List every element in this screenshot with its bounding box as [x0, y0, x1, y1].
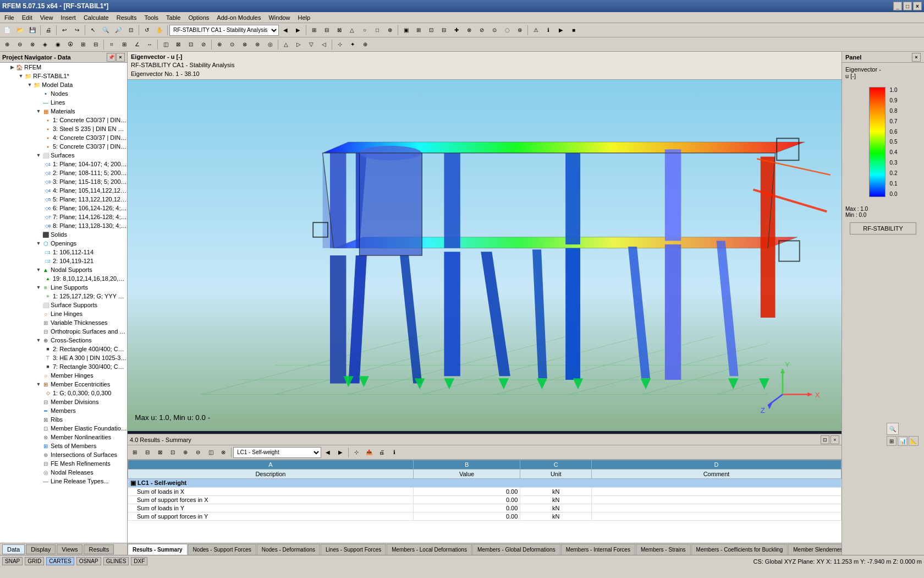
- btab-members-local[interactable]: Members - Local Deformations: [387, 544, 472, 555]
- tb2-d2[interactable]: ⊠: [172, 39, 184, 51]
- tb-b1[interactable]: ⊞: [308, 24, 320, 36]
- tb-b6[interactable]: □: [371, 24, 383, 36]
- tb2-snap3[interactable]: ⊕: [359, 39, 371, 51]
- expand-surfaces[interactable]: ▼: [35, 152, 42, 159]
- expand-orthotropic[interactable]: ▶: [35, 328, 42, 335]
- expand-memberdiv[interactable]: ▶: [35, 399, 42, 405]
- btab-members-internal[interactable]: Members - Internal Forces: [561, 544, 635, 555]
- tree-linerelease[interactable]: ▶ — Line Release Types...: [0, 477, 127, 486]
- tree-memberelastic[interactable]: ▶ ⊡ Member Elastic Foundations: [0, 424, 127, 433]
- tree-members[interactable]: ▶ ━ Members: [0, 406, 127, 415]
- btab-lines-support[interactable]: Lines - Support Forces: [321, 544, 386, 555]
- tree-setsofmembers[interactable]: ▶ ⊞ Sets of Members: [0, 441, 127, 450]
- menu-help[interactable]: Help: [295, 13, 314, 22]
- cartes-toggle[interactable]: CARTES: [46, 557, 74, 565]
- tree-membernonlin[interactable]: ▶ ⊗ Member Nonlinearities: [0, 433, 127, 441]
- expand-nodalreleases[interactable]: ▶: [35, 469, 42, 476]
- rt-print[interactable]: 🖨: [376, 446, 388, 459]
- tree-surfsupp[interactable]: ▶ ⬜ Surface Supports: [0, 301, 127, 309]
- tb2-e3[interactable]: ⊗: [239, 39, 251, 51]
- tb-c6[interactable]: ⊗: [463, 24, 475, 36]
- nav-close-button[interactable]: ×: [116, 53, 125, 62]
- rt-next[interactable]: ▶: [334, 446, 346, 459]
- expand-femesh[interactable]: ▶: [35, 460, 42, 467]
- tree-varthick[interactable]: ▶ ⊞ Variable Thicknesses: [0, 318, 127, 327]
- tree-surf6[interactable]: ◇6 6: Plane; 106,124-126; 4; 200.0 ...: [0, 204, 127, 212]
- tree-lines[interactable]: ▶ — Lines: [0, 98, 127, 107]
- btab-nodes-support[interactable]: Nodes - Support Forces: [188, 544, 256, 555]
- tb2-b6[interactable]: ⦿: [64, 39, 76, 51]
- nav-tab-results[interactable]: Results: [84, 544, 114, 554]
- tree-cs3[interactable]: ⊤ 3: HE A 300 | DIN 1025-3:1994;...: [0, 353, 127, 362]
- menu-calculate[interactable]: Calculate: [80, 13, 112, 22]
- tree-mat4[interactable]: ▪ 4: Concrete C30/37 | DIN 1045-...: [0, 133, 127, 142]
- tb2-b1[interactable]: ⊕: [1, 39, 13, 51]
- tb-stop[interactable]: ■: [568, 24, 580, 36]
- tree-ribs[interactable]: ▶ ⊠ Ribs: [0, 415, 127, 424]
- navigator-tree[interactable]: ▶ 🏠 RFEM ▼ 📁 RF-STABIL1* ▼ 📁 Model Data: [0, 63, 127, 543]
- tb2-b2[interactable]: ⊖: [14, 39, 26, 51]
- tb-zoom-out[interactable]: 🔎: [112, 24, 124, 36]
- tb-c2[interactable]: ⊞: [413, 24, 425, 36]
- menu-tools[interactable]: Tools: [141, 13, 162, 22]
- tree-membereccen[interactable]: ▼ ⊞ Member Eccentricities: [0, 380, 127, 389]
- rt-b8[interactable]: ⊗: [217, 446, 229, 459]
- grid-toggle[interactable]: GRID: [25, 557, 44, 565]
- expand-linesupp[interactable]: ▼: [35, 284, 42, 291]
- rt-b1[interactable]: ⊞: [129, 446, 141, 459]
- tree-mat1[interactable]: ▪ 1: Concrete C30/37 | DIN 1045-...: [0, 116, 127, 124]
- glines-toggle[interactable]: GLINES: [103, 557, 129, 565]
- tree-ns1[interactable]: ▲ 19: 8,10,12,14,16,18,20,22,24; Y...: [0, 274, 127, 283]
- tree-open2[interactable]: □2 2: 104,119-121: [0, 257, 127, 265]
- expand-lines[interactable]: ▶: [35, 99, 42, 106]
- expand-linehinges[interactable]: ▶: [35, 310, 42, 317]
- tb-select[interactable]: ↖: [87, 24, 99, 36]
- tb2-f1[interactable]: △: [280, 39, 292, 51]
- tree-ls1[interactable]: ≡ 1: 125,127,129; G; YYY NNN: [0, 292, 127, 301]
- tb-c8[interactable]: ⊙: [488, 24, 501, 36]
- expand-setsofmembers[interactable]: ▶: [35, 443, 42, 449]
- maximize-button[interactable]: □: [903, 2, 912, 10]
- tb2-b3[interactable]: ⊗: [26, 39, 38, 51]
- expand-varthick[interactable]: ▶: [35, 319, 42, 326]
- tb-b5[interactable]: ○: [359, 24, 371, 36]
- tree-root-rfem[interactable]: ▶ 🏠 RFEM: [0, 63, 127, 72]
- tree-cs2[interactable]: ■ 2: Rectangle 400/400; Concrete...: [0, 345, 127, 353]
- tree-nodalreleases[interactable]: ▶ ◎ Nodal Releases: [0, 468, 127, 477]
- nav-tab-data[interactable]: Data: [2, 544, 25, 554]
- tree-nodes[interactable]: ▶ • Nodes: [0, 89, 127, 98]
- rf-stability-button[interactable]: RF-STABILITY: [850, 222, 916, 235]
- expand-membereccen[interactable]: ▼: [35, 381, 42, 388]
- menu-view[interactable]: View: [37, 13, 57, 22]
- tb-c10[interactable]: ⊛: [514, 24, 526, 36]
- rt-b7[interactable]: ◫: [205, 446, 217, 459]
- rt-b3[interactable]: ⊠: [154, 446, 166, 459]
- tb2-f4[interactable]: ◁: [318, 39, 330, 51]
- tree-surf2[interactable]: ◇2 2: Plane; 108-111; 5; 200.0 mm...: [0, 168, 127, 177]
- rt-b2[interactable]: ⊟: [141, 446, 153, 459]
- osnap-toggle[interactable]: OSNAP: [76, 557, 101, 565]
- rt-b6[interactable]: ⊖: [192, 446, 204, 459]
- btab-results-summary[interactable]: Results - Summary: [128, 544, 188, 555]
- rt-export[interactable]: 📤: [363, 446, 375, 459]
- tb2-b5[interactable]: ◉: [52, 39, 64, 51]
- tree-open1[interactable]: □1 1: 106,112-114: [0, 248, 127, 257]
- tree-intersections[interactable]: ▶ ⊕ Intersections of Surfaces: [0, 450, 127, 459]
- expand-intersections[interactable]: ▶: [35, 451, 42, 458]
- expand-materials[interactable]: ▼: [35, 108, 42, 114]
- expand-linerelease[interactable]: ▶: [35, 478, 42, 484]
- expand-solids[interactable]: ▶: [35, 231, 42, 238]
- tb-print[interactable]: 🖨: [42, 24, 54, 36]
- tree-surf4[interactable]: ◇4 4: Plane; 105,114,122,121; 4; 20...: [0, 186, 127, 195]
- tb-redo[interactable]: ↪: [71, 24, 83, 36]
- tb2-e1[interactable]: ⊕: [213, 39, 226, 51]
- expand-icon[interactable]: ▶: [9, 64, 15, 70]
- menu-results[interactable]: Results: [113, 13, 140, 22]
- expand-ribs[interactable]: ▶: [35, 416, 42, 423]
- tree-me1[interactable]: ◇ 1: G; 0,0,300; 0,0,300: [0, 389, 127, 397]
- tb2-angle[interactable]: ∠: [131, 39, 143, 51]
- tb-b7[interactable]: ⊕: [384, 24, 396, 36]
- analysis-type-dropdown[interactable]: RF-STABILITY CA1 - Stability Analysis: [169, 25, 279, 36]
- rt-filter[interactable]: ⊹: [350, 446, 362, 459]
- tree-linehinges[interactable]: ▶ ○ Line Hinges: [0, 309, 127, 318]
